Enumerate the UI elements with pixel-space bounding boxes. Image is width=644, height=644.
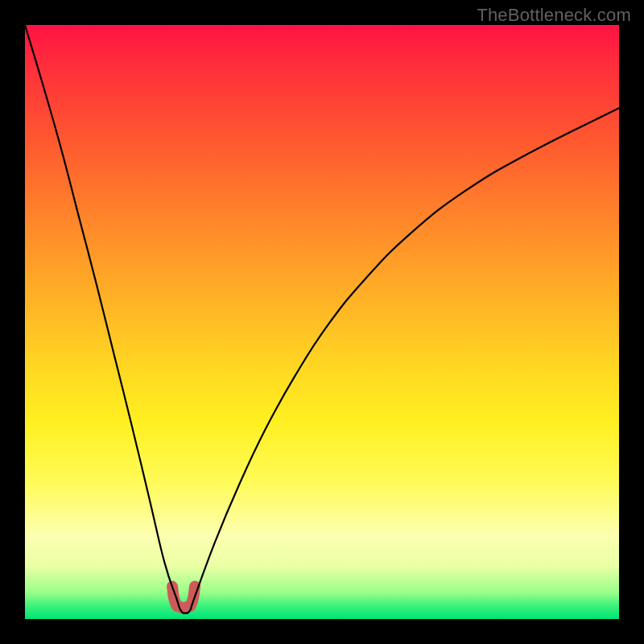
plot-area xyxy=(25,25,619,619)
main-curve xyxy=(25,25,619,613)
outer-frame: TheBottleneck.com xyxy=(0,0,644,644)
watermark-text: TheBottleneck.com xyxy=(477,5,631,26)
curve-layer xyxy=(25,25,619,619)
